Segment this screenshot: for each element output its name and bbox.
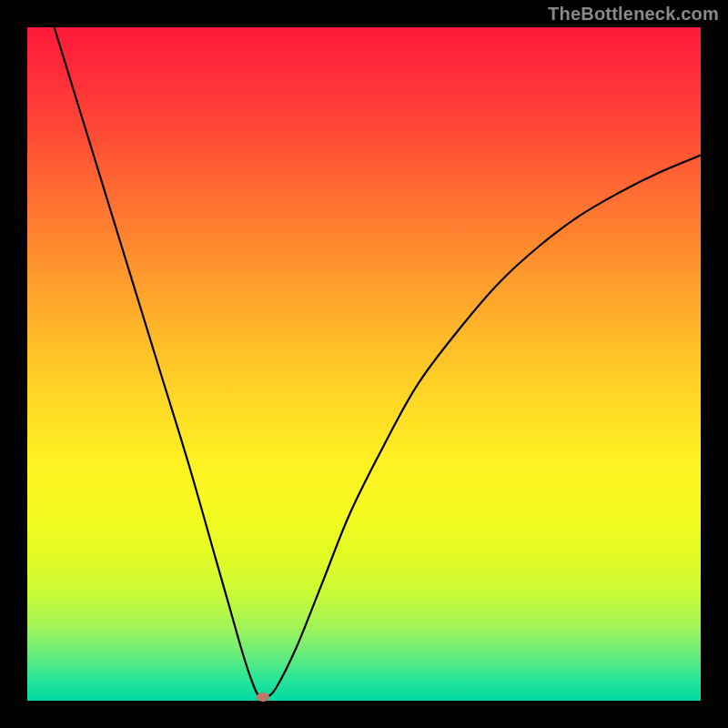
chart-frame: TheBottleneck.com xyxy=(0,0,728,728)
watermark-text: TheBottleneck.com xyxy=(548,4,719,25)
bottleneck-curve xyxy=(27,27,701,701)
optimal-point-marker xyxy=(257,693,269,702)
plot-area xyxy=(27,27,701,701)
